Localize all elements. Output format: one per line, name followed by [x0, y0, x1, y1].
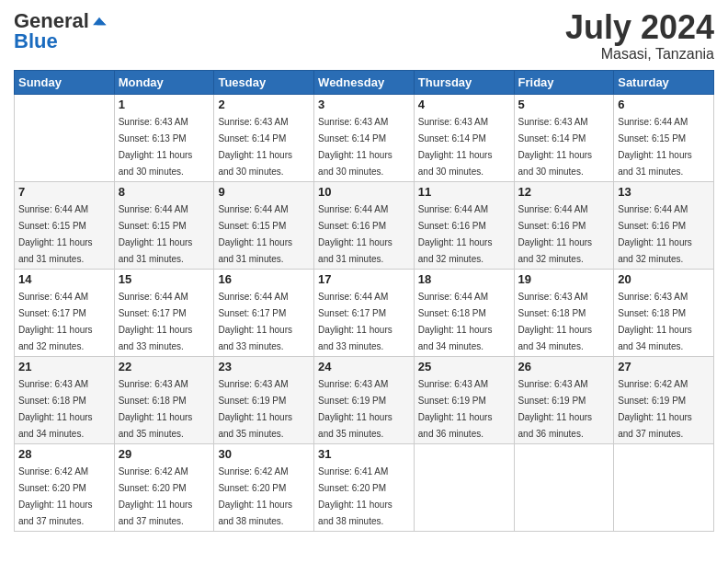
day-sunrise: Sunrise: 6:43 AM: [218, 117, 288, 127]
day-number: 13: [618, 185, 710, 199]
day-sunrise: Sunrise: 6:44 AM: [318, 292, 388, 302]
day-number: 29: [119, 447, 210, 461]
day-daylight: Daylight: 11 hours and 38 minutes.: [318, 500, 392, 526]
day-daylight: Daylight: 11 hours and 30 minutes.: [418, 150, 493, 177]
day-sunrise: Sunrise: 6:44 AM: [618, 117, 688, 127]
calendar-cell: 20 Sunrise: 6:43 AM Sunset: 6:18 PM Dayl…: [614, 269, 714, 356]
day-number: 31: [318, 447, 410, 461]
calendar-cell: 30 Sunrise: 6:42 AM Sunset: 6:20 PM Dayl…: [214, 443, 314, 531]
calendar-week-1: 7 Sunrise: 6:44 AM Sunset: 6:15 PM Dayli…: [15, 181, 714, 269]
calendar-cell: 24 Sunrise: 6:43 AM Sunset: 6:19 PM Dayl…: [314, 356, 415, 443]
day-daylight: Daylight: 11 hours and 32 minutes.: [18, 325, 93, 351]
day-daylight: Daylight: 11 hours and 37 minutes.: [618, 412, 692, 439]
day-sunset: Sunset: 6:20 PM: [218, 483, 286, 493]
calendar-cell: [414, 443, 514, 531]
calendar-cell: [614, 443, 714, 531]
calendar-cell: 1 Sunrise: 6:43 AM Sunset: 6:13 PM Dayli…: [114, 94, 214, 181]
calendar-cell: 19 Sunrise: 6:43 AM Sunset: 6:18 PM Dayl…: [514, 269, 614, 356]
day-sunset: Sunset: 6:18 PM: [618, 308, 686, 318]
logo-icon: [91, 16, 108, 27]
day-sunset: Sunset: 6:17 PM: [18, 308, 86, 318]
day-sunset: Sunset: 6:17 PM: [318, 308, 386, 318]
calendar-cell: 18 Sunrise: 6:44 AM Sunset: 6:18 PM Dayl…: [414, 269, 514, 356]
day-daylight: Daylight: 11 hours and 31 minutes.: [18, 237, 93, 264]
calendar-cell: 14 Sunrise: 6:44 AM Sunset: 6:17 PM Dayl…: [15, 269, 115, 356]
calendar: Sunday Monday Tuesday Wednesday Thursday…: [14, 70, 714, 532]
calendar-cell: 17 Sunrise: 6:44 AM Sunset: 6:17 PM Dayl…: [314, 269, 415, 356]
day-daylight: Daylight: 11 hours and 36 minutes.: [518, 412, 593, 439]
day-number: 20: [618, 272, 710, 286]
day-sunset: Sunset: 6:15 PM: [218, 221, 286, 231]
logo-blue: Blue: [14, 29, 58, 53]
calendar-week-2: 14 Sunrise: 6:44 AM Sunset: 6:17 PM Dayl…: [15, 269, 714, 356]
day-number: 26: [518, 360, 610, 373]
day-sunrise: Sunrise: 6:43 AM: [518, 292, 588, 302]
day-sunset: Sunset: 6:18 PM: [119, 396, 187, 406]
day-sunrise: Sunrise: 6:44 AM: [18, 292, 88, 302]
day-sunset: Sunset: 6:16 PM: [518, 221, 586, 231]
day-daylight: Daylight: 11 hours and 30 minutes.: [518, 150, 593, 177]
day-sunset: Sunset: 6:19 PM: [618, 396, 686, 406]
day-sunrise: Sunrise: 6:43 AM: [119, 379, 188, 389]
day-sunrise: Sunrise: 6:43 AM: [218, 379, 288, 389]
location: Masasi, Tanzania: [565, 46, 714, 63]
day-number: 4: [418, 98, 510, 111]
day-sunset: Sunset: 6:14 PM: [418, 133, 486, 144]
day-sunrise: Sunrise: 6:44 AM: [119, 292, 188, 302]
calendar-cell: 4 Sunrise: 6:43 AM Sunset: 6:14 PM Dayli…: [414, 94, 514, 181]
day-sunrise: Sunrise: 6:41 AM: [318, 466, 388, 477]
day-number: 8: [119, 185, 210, 199]
day-sunrise: Sunrise: 6:43 AM: [119, 117, 188, 127]
day-sunrise: Sunrise: 6:42 AM: [18, 466, 88, 477]
day-sunset: Sunset: 6:20 PM: [18, 483, 86, 493]
title-section: July 2024 Masasi, Tanzania: [565, 9, 714, 63]
day-sunrise: Sunrise: 6:44 AM: [418, 292, 488, 302]
day-number: 9: [218, 185, 310, 199]
day-number: 15: [119, 272, 210, 286]
calendar-cell: 3 Sunrise: 6:43 AM Sunset: 6:14 PM Dayli…: [314, 94, 415, 181]
day-sunrise: Sunrise: 6:43 AM: [318, 117, 388, 127]
day-number: 23: [218, 360, 310, 373]
day-daylight: Daylight: 11 hours and 35 minutes.: [218, 412, 292, 439]
day-sunset: Sunset: 6:16 PM: [618, 221, 686, 231]
calendar-cell: 28 Sunrise: 6:42 AM Sunset: 6:20 PM Dayl…: [15, 443, 115, 531]
calendar-cell: 16 Sunrise: 6:44 AM Sunset: 6:17 PM Dayl…: [214, 269, 314, 356]
day-sunset: Sunset: 6:15 PM: [18, 221, 86, 231]
calendar-cell: 31 Sunrise: 6:41 AM Sunset: 6:20 PM Dayl…: [314, 443, 415, 531]
day-sunrise: Sunrise: 6:43 AM: [418, 379, 488, 389]
calendar-cell: 6 Sunrise: 6:44 AM Sunset: 6:15 PM Dayli…: [614, 94, 714, 181]
calendar-cell: 8 Sunrise: 6:44 AM Sunset: 6:15 PM Dayli…: [114, 181, 214, 269]
day-daylight: Daylight: 11 hours and 34 minutes.: [18, 412, 93, 439]
day-sunset: Sunset: 6:19 PM: [218, 396, 286, 406]
day-daylight: Daylight: 11 hours and 37 minutes.: [119, 500, 193, 526]
day-number: 19: [518, 272, 610, 286]
day-number: 25: [418, 360, 510, 373]
day-daylight: Daylight: 11 hours and 30 minutes.: [218, 150, 292, 177]
day-daylight: Daylight: 11 hours and 34 minutes.: [418, 325, 493, 351]
day-daylight: Daylight: 11 hours and 31 minutes.: [318, 237, 392, 264]
calendar-cell: 22 Sunrise: 6:43 AM Sunset: 6:18 PM Dayl…: [114, 356, 214, 443]
calendar-cell: 11 Sunrise: 6:44 AM Sunset: 6:16 PM Dayl…: [414, 181, 514, 269]
day-sunset: Sunset: 6:13 PM: [119, 133, 187, 144]
calendar-cell: [15, 94, 115, 181]
col-wednesday: Wednesday: [314, 70, 415, 94]
day-sunrise: Sunrise: 6:43 AM: [518, 379, 588, 389]
day-number: 22: [119, 360, 210, 373]
day-sunrise: Sunrise: 6:44 AM: [119, 204, 188, 214]
day-sunrise: Sunrise: 6:44 AM: [618, 204, 688, 214]
day-daylight: Daylight: 11 hours and 36 minutes.: [418, 412, 493, 439]
day-sunrise: Sunrise: 6:43 AM: [618, 292, 688, 302]
day-sunset: Sunset: 6:18 PM: [18, 396, 86, 406]
day-sunrise: Sunrise: 6:42 AM: [618, 379, 688, 389]
day-sunset: Sunset: 6:20 PM: [119, 483, 187, 493]
day-number: 6: [618, 98, 710, 111]
day-sunset: Sunset: 6:14 PM: [218, 133, 286, 144]
day-number: 30: [218, 447, 310, 461]
logo: General Blue: [14, 9, 108, 53]
day-daylight: Daylight: 11 hours and 35 minutes.: [119, 412, 193, 439]
day-sunrise: Sunrise: 6:44 AM: [518, 204, 588, 214]
day-number: 5: [518, 98, 610, 111]
day-daylight: Daylight: 11 hours and 31 minutes.: [119, 237, 193, 264]
day-sunrise: Sunrise: 6:44 AM: [18, 204, 88, 214]
calendar-cell: 7 Sunrise: 6:44 AM Sunset: 6:15 PM Dayli…: [15, 181, 115, 269]
